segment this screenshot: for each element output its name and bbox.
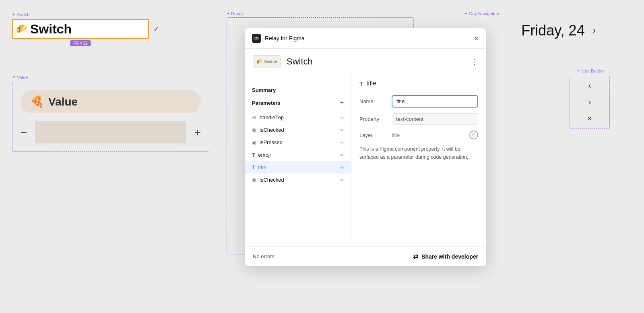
- canvas: ✦ Switch 🌮 Switch ✓ Fill × 32 ✦ Value 🍕 …: [0, 0, 644, 313]
- modal-footer: No errors ⇄ Share with developer: [245, 247, 486, 266]
- icon-button-box: ‹ › ×: [570, 76, 610, 129]
- component-thumbnail: 🌮 Switch: [253, 55, 281, 68]
- value-rect: [35, 121, 186, 143]
- layer-value: title: [392, 132, 469, 138]
- switch-emoji: 🌮: [16, 24, 27, 34]
- no-errors-label: No errors: [253, 253, 275, 259]
- summary-tab: Summary: [245, 80, 351, 93]
- layer-label: Layer: [359, 132, 392, 138]
- param-arrow-isChecked-2: ⇒: [339, 177, 344, 183]
- relay-modal: </> Relay for Figma ✕ 🌮 Switch Switch ⋮: [245, 28, 486, 266]
- property-description: This is a Figma component property. It w…: [359, 145, 478, 161]
- right-panel-title: title: [366, 80, 376, 87]
- right-panel: T title Name Property Layer title: [351, 73, 486, 247]
- share-label: Share with developer: [421, 253, 478, 260]
- right-panel-header: T title: [359, 80, 478, 87]
- name-input[interactable]: [392, 95, 478, 108]
- left-panel: Summary Parameters + ⊕ handleTop ⇒: [245, 73, 351, 247]
- layer-row: Layer title: [359, 131, 478, 139]
- value-plus-button[interactable]: +: [194, 126, 201, 139]
- text-icon-title: T: [252, 165, 255, 170]
- modal-body: Summary Parameters + ⊕ handleTop ⇒: [245, 73, 486, 247]
- switch-selected-box[interactable]: 🌮 Switch ✓ Fill × 32: [12, 19, 149, 39]
- handle-icon: ⊕: [252, 114, 256, 120]
- param-emoji[interactable]: T emoji ⇒: [245, 149, 351, 161]
- value-minus-button[interactable]: −: [21, 126, 27, 139]
- checkmark-icon: ✓: [153, 25, 159, 33]
- eye-icon-1: ◉: [252, 127, 256, 133]
- day-nav-arrow-icon[interactable]: ›: [593, 25, 596, 36]
- value-pill: 🍕 Value: [21, 90, 201, 113]
- eye-icon-2: ◉: [252, 139, 256, 145]
- thumb-text: Switch: [264, 60, 277, 64]
- param-arrow-isChecked-1: ⇒: [339, 127, 344, 133]
- param-arrow-emoji: ⇒: [339, 152, 344, 158]
- name-row: Name: [359, 95, 478, 108]
- param-isChecked-2[interactable]: ◉ isChecked ⇒: [245, 174, 351, 186]
- modal-app-title: Relay for Figma: [265, 35, 305, 41]
- range-label: Range: [231, 11, 244, 16]
- text-icon-emoji: T: [252, 152, 255, 158]
- param-name-isChecked-1: isChecked: [260, 127, 284, 133]
- property-input[interactable]: [392, 113, 478, 125]
- param-title[interactable]: T title ⇒: [245, 161, 351, 174]
- param-isPressed[interactable]: ◉ isPressed ⇒: [245, 136, 351, 149]
- type-icon: T: [359, 80, 363, 87]
- property-label: Property: [359, 116, 392, 122]
- share-icon: ⇄: [413, 253, 418, 260]
- param-name-isPressed: isPressed: [260, 139, 283, 145]
- share-button[interactable]: ⇄ Share with developer: [413, 253, 478, 260]
- param-arrow-title: ⇒: [339, 164, 344, 170]
- value-component: ✦ Value 🍕 Value − +: [12, 75, 209, 152]
- fill-badge: Fill × 32: [70, 40, 91, 46]
- value-label: ✦ Value: [12, 75, 209, 80]
- icon-button-diamond-icon: ✦: [577, 69, 580, 73]
- eye-icon-3: ◉: [252, 177, 256, 183]
- param-name-title: title: [258, 164, 266, 170]
- switch-title: Switch: [30, 22, 72, 37]
- icon-button-label: Icon Button: [581, 68, 604, 73]
- param-name-isChecked-2: isChecked: [260, 177, 284, 183]
- icon-button-left[interactable]: ‹: [588, 81, 591, 90]
- param-isChecked-1[interactable]: ◉ isChecked ⇒: [245, 124, 351, 136]
- relay-logo: </>: [252, 34, 261, 43]
- icon-button-close[interactable]: ×: [587, 114, 592, 123]
- param-handleTop[interactable]: ⊕ handleTop ⇒: [245, 111, 351, 124]
- range-diamond-icon: ✦: [227, 12, 230, 16]
- switch-component: ✦ Switch 🌮 Switch ✓ Fill × 32: [12, 12, 149, 39]
- value-box: 🍕 Value − +: [12, 82, 209, 152]
- icon-button-right[interactable]: ›: [588, 97, 591, 107]
- param-name-handleTop: handleTop: [260, 114, 284, 120]
- value-controls: − +: [21, 121, 201, 143]
- component-preview-left: 🌮 Switch Switch: [253, 55, 313, 68]
- summary-label: Summary: [252, 87, 276, 93]
- value-emoji: 🍕: [30, 95, 44, 108]
- add-parameter-button[interactable]: +: [340, 99, 344, 106]
- value-title: Value: [48, 95, 78, 108]
- switch-component-label: ✦ Switch: [12, 12, 149, 17]
- day-nav-container: Friday, 24 ›: [521, 22, 596, 39]
- component-preview-row: 🌮 Switch Switch ⋮: [245, 49, 486, 73]
- day-nav-diamond-icon: ✦: [464, 12, 468, 16]
- component-name: Switch: [287, 56, 313, 67]
- modal-header-left: </> Relay for Figma: [252, 34, 305, 43]
- parameters-label: Parameters: [252, 100, 281, 106]
- name-label: Name: [359, 98, 392, 104]
- layer-target-icon[interactable]: [469, 131, 478, 139]
- thumb-emoji: 🌮: [256, 59, 262, 64]
- modal-header: </> Relay for Figma ✕: [245, 28, 486, 49]
- day-nav-date: Friday, 24: [521, 22, 584, 39]
- param-arrow-handleTop: ⇒: [339, 114, 344, 120]
- layer-target-inner: [472, 133, 475, 137]
- three-dots-menu[interactable]: ⋮: [471, 57, 478, 66]
- switch-diamond-icon: ✦: [12, 12, 15, 17]
- modal-close-button[interactable]: ✕: [474, 35, 479, 42]
- day-nav-label: Day Navigation: [469, 11, 499, 16]
- property-row: Property: [359, 113, 478, 125]
- param-arrow-isPressed: ⇒: [339, 139, 344, 145]
- value-diamond-icon: ✦: [12, 75, 16, 80]
- param-name-emoji: emoji: [258, 152, 270, 158]
